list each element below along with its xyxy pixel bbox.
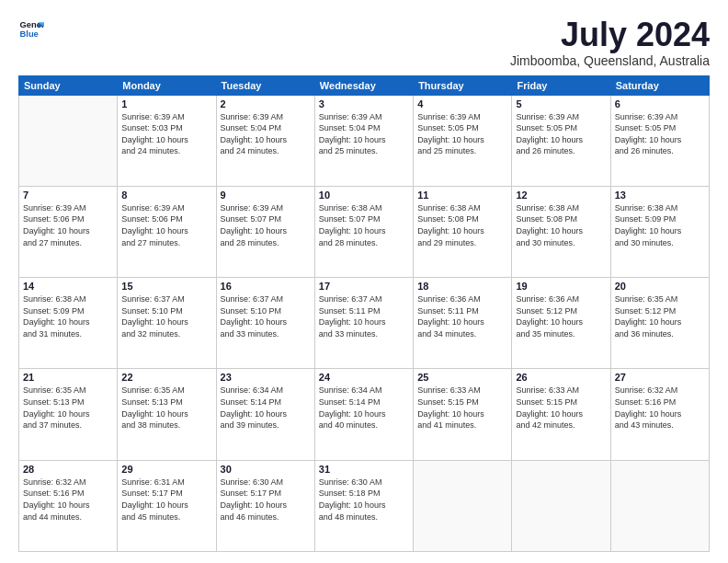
calendar-cell: 30Sunrise: 6:30 AM Sunset: 5:17 PM Dayli… [216,460,314,551]
day-info: Sunrise: 6:34 AM Sunset: 5:14 PM Dayligh… [221,385,311,431]
day-number: 10 [319,190,409,201]
day-number: 26 [516,372,606,383]
calendar-cell: 16Sunrise: 6:37 AM Sunset: 5:10 PM Dayli… [216,278,314,369]
calendar-cell: 19Sunrise: 6:36 AM Sunset: 5:12 PM Dayli… [512,278,610,369]
col-tuesday: Tuesday [216,75,314,95]
day-number: 5 [516,98,606,109]
calendar-cell: 12Sunrise: 6:38 AM Sunset: 5:08 PM Dayli… [512,186,610,277]
svg-text:Blue: Blue [20,29,39,39]
calendar-cell: 6Sunrise: 6:39 AM Sunset: 5:05 PM Daylig… [610,95,709,186]
header: General Blue July 2024 Jimboomba, Queens… [18,17,710,68]
day-number: 28 [23,464,113,475]
day-info: Sunrise: 6:38 AM Sunset: 5:08 PM Dayligh… [417,202,507,248]
col-monday: Monday [118,75,216,95]
calendar-cell: 21Sunrise: 6:35 AM Sunset: 5:13 PM Dayli… [19,369,118,460]
day-number: 3 [319,98,409,109]
day-number: 13 [615,190,705,201]
day-number: 24 [319,372,409,383]
calendar-week-row: 28Sunrise: 6:32 AM Sunset: 5:16 PM Dayli… [19,460,710,551]
calendar-cell: 3Sunrise: 6:39 AM Sunset: 5:04 PM Daylig… [314,95,413,186]
day-info: Sunrise: 6:32 AM Sunset: 5:16 PM Dayligh… [23,477,113,523]
calendar-cell: 18Sunrise: 6:36 AM Sunset: 5:11 PM Dayli… [414,278,512,369]
day-info: Sunrise: 6:35 AM Sunset: 5:12 PM Dayligh… [615,293,705,339]
day-number: 2 [221,98,311,109]
day-info: Sunrise: 6:36 AM Sunset: 5:11 PM Dayligh… [417,293,507,339]
day-number: 9 [221,190,311,201]
day-number: 12 [516,190,606,201]
calendar-cell: 9Sunrise: 6:39 AM Sunset: 5:07 PM Daylig… [216,186,314,277]
day-number: 15 [121,281,211,292]
day-info: Sunrise: 6:33 AM Sunset: 5:15 PM Dayligh… [417,385,507,431]
calendar-week-row: 14Sunrise: 6:38 AM Sunset: 5:09 PM Dayli… [19,278,710,369]
logo-icon: General Blue [18,17,44,42]
calendar-cell: 11Sunrise: 6:38 AM Sunset: 5:08 PM Dayli… [414,186,512,277]
day-info: Sunrise: 6:30 AM Sunset: 5:18 PM Dayligh… [319,477,409,523]
calendar-cell: 20Sunrise: 6:35 AM Sunset: 5:12 PM Dayli… [610,278,709,369]
day-info: Sunrise: 6:30 AM Sunset: 5:17 PM Dayligh… [221,477,311,523]
calendar-cell: 28Sunrise: 6:32 AM Sunset: 5:16 PM Dayli… [19,460,118,551]
day-info: Sunrise: 6:39 AM Sunset: 5:06 PM Dayligh… [121,202,211,248]
day-info: Sunrise: 6:38 AM Sunset: 5:07 PM Dayligh… [319,202,409,248]
logo: General Blue [18,17,44,42]
day-number: 4 [417,98,507,109]
calendar-week-row: 7Sunrise: 6:39 AM Sunset: 5:06 PM Daylig… [19,186,710,277]
day-number: 30 [221,464,311,475]
day-info: Sunrise: 6:32 AM Sunset: 5:16 PM Dayligh… [615,385,705,431]
calendar-cell: 13Sunrise: 6:38 AM Sunset: 5:09 PM Dayli… [610,186,709,277]
day-number: 1 [121,98,211,109]
day-number: 18 [417,281,507,292]
day-number: 14 [23,281,113,292]
calendar-cell: 27Sunrise: 6:32 AM Sunset: 5:16 PM Dayli… [610,369,709,460]
col-thursday: Thursday [414,75,512,95]
day-number: 29 [121,464,211,475]
day-number: 8 [121,190,211,201]
calendar-cell [512,460,610,551]
day-info: Sunrise: 6:33 AM Sunset: 5:15 PM Dayligh… [516,385,606,431]
calendar-cell: 23Sunrise: 6:34 AM Sunset: 5:14 PM Dayli… [216,369,314,460]
day-info: Sunrise: 6:38 AM Sunset: 5:09 PM Dayligh… [23,293,113,339]
day-number: 17 [319,281,409,292]
day-info: Sunrise: 6:34 AM Sunset: 5:14 PM Dayligh… [319,385,409,431]
day-info: Sunrise: 6:39 AM Sunset: 5:04 PM Dayligh… [221,111,311,157]
calendar-cell [19,95,118,186]
col-friday: Friday [512,75,610,95]
day-number: 20 [615,281,705,292]
calendar-table: Sunday Monday Tuesday Wednesday Thursday… [18,75,710,552]
col-saturday: Saturday [610,75,709,95]
day-info: Sunrise: 6:35 AM Sunset: 5:13 PM Dayligh… [121,385,211,431]
day-info: Sunrise: 6:39 AM Sunset: 5:07 PM Dayligh… [221,202,311,248]
calendar-cell: 17Sunrise: 6:37 AM Sunset: 5:11 PM Dayli… [314,278,413,369]
calendar-cell: 26Sunrise: 6:33 AM Sunset: 5:15 PM Dayli… [512,369,610,460]
calendar-cell: 1Sunrise: 6:39 AM Sunset: 5:03 PM Daylig… [118,95,216,186]
day-info: Sunrise: 6:35 AM Sunset: 5:13 PM Dayligh… [23,385,113,431]
day-info: Sunrise: 6:39 AM Sunset: 5:05 PM Dayligh… [615,111,705,157]
calendar-cell: 10Sunrise: 6:38 AM Sunset: 5:07 PM Dayli… [314,186,413,277]
calendar-cell: 4Sunrise: 6:39 AM Sunset: 5:05 PM Daylig… [414,95,512,186]
calendar-cell: 2Sunrise: 6:39 AM Sunset: 5:04 PM Daylig… [216,95,314,186]
calendar-cell: 7Sunrise: 6:39 AM Sunset: 5:06 PM Daylig… [19,186,118,277]
calendar-cell [610,460,709,551]
day-info: Sunrise: 6:36 AM Sunset: 5:12 PM Dayligh… [516,293,606,339]
calendar-cell: 15Sunrise: 6:37 AM Sunset: 5:10 PM Dayli… [118,278,216,369]
day-number: 7 [23,190,113,201]
day-number: 31 [319,464,409,475]
day-number: 27 [615,372,705,383]
day-number: 25 [417,372,507,383]
calendar-cell: 31Sunrise: 6:30 AM Sunset: 5:18 PM Dayli… [314,460,413,551]
calendar-cell [414,460,512,551]
calendar-week-row: 21Sunrise: 6:35 AM Sunset: 5:13 PM Dayli… [19,369,710,460]
day-number: 16 [221,281,311,292]
col-sunday: Sunday [19,75,118,95]
day-info: Sunrise: 6:38 AM Sunset: 5:09 PM Dayligh… [615,202,705,248]
day-number: 11 [417,190,507,201]
day-info: Sunrise: 6:31 AM Sunset: 5:17 PM Dayligh… [121,477,211,523]
calendar-cell: 14Sunrise: 6:38 AM Sunset: 5:09 PM Dayli… [19,278,118,369]
calendar-week-row: 1Sunrise: 6:39 AM Sunset: 5:03 PM Daylig… [19,95,710,186]
calendar-cell: 8Sunrise: 6:39 AM Sunset: 5:06 PM Daylig… [118,186,216,277]
calendar-cell: 5Sunrise: 6:39 AM Sunset: 5:05 PM Daylig… [512,95,610,186]
day-info: Sunrise: 6:39 AM Sunset: 5:03 PM Dayligh… [121,111,211,157]
calendar-cell: 22Sunrise: 6:35 AM Sunset: 5:13 PM Dayli… [118,369,216,460]
title-section: July 2024 Jimboomba, Queensland, Austral… [510,17,710,68]
calendar-cell: 29Sunrise: 6:31 AM Sunset: 5:17 PM Dayli… [118,460,216,551]
day-info: Sunrise: 6:37 AM Sunset: 5:11 PM Dayligh… [319,293,409,339]
